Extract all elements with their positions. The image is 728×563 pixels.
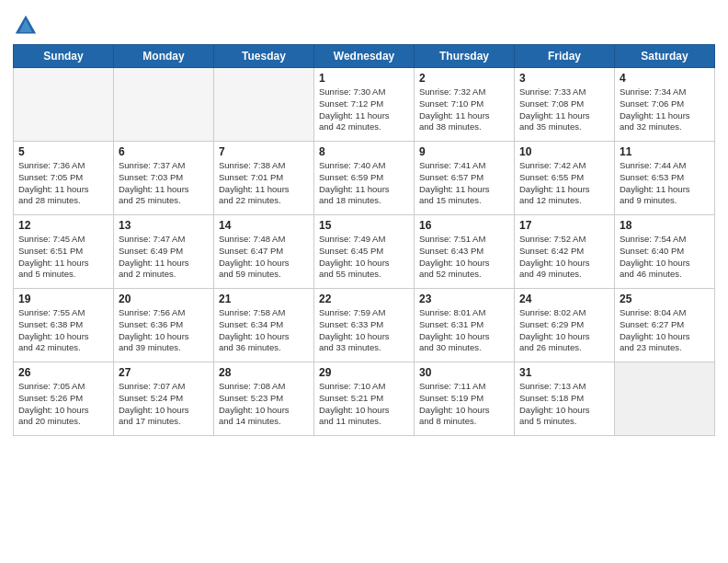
cell-info: Sunrise: 7:52 AM Sunset: 6:42 PM Dayligh… [519,234,609,281]
day-header-tuesday: Tuesday [214,45,314,68]
cal-cell: 29Sunrise: 7:10 AM Sunset: 5:21 PM Dayli… [314,362,415,436]
cell-info: Sunrise: 7:51 AM Sunset: 6:43 PM Dayligh… [419,234,509,281]
logo-icon [13,13,39,39]
week-row-3: 19Sunrise: 7:55 AM Sunset: 6:38 PM Dayli… [14,289,715,362]
cell-info: Sunrise: 7:58 AM Sunset: 6:34 PM Dayligh… [219,307,309,354]
day-number: 14 [219,219,309,232]
cal-cell: 20Sunrise: 7:56 AM Sunset: 6:36 PM Dayli… [114,289,214,362]
cal-cell [114,68,214,142]
cell-info: Sunrise: 7:36 AM Sunset: 7:05 PM Dayligh… [18,160,108,207]
cal-cell: 28Sunrise: 7:08 AM Sunset: 5:23 PM Dayli… [214,362,314,436]
cal-cell: 30Sunrise: 7:11 AM Sunset: 5:19 PM Dayli… [415,362,515,436]
day-number: 26 [18,366,108,379]
cal-cell: 18Sunrise: 7:54 AM Sunset: 6:40 PM Dayli… [615,215,715,289]
cell-info: Sunrise: 7:13 AM Sunset: 5:18 PM Dayligh… [519,381,609,428]
day-number: 8 [319,145,409,158]
day-number: 9 [419,145,509,158]
cal-cell: 3Sunrise: 7:33 AM Sunset: 7:08 PM Daylig… [515,68,615,142]
cal-cell: 8Sunrise: 7:40 AM Sunset: 6:59 PM Daylig… [314,142,415,215]
day-number: 17 [519,219,609,232]
day-number: 24 [519,293,609,305]
day-number: 25 [620,293,710,305]
day-number: 15 [319,219,409,232]
cell-info: Sunrise: 7:38 AM Sunset: 7:01 PM Dayligh… [219,160,309,207]
day-number: 28 [219,366,309,379]
cal-cell: 21Sunrise: 7:58 AM Sunset: 6:34 PM Dayli… [214,289,314,362]
cell-info: Sunrise: 8:04 AM Sunset: 6:27 PM Dayligh… [620,307,710,354]
logo [13,13,40,39]
cell-info: Sunrise: 7:59 AM Sunset: 6:33 PM Dayligh… [319,307,409,354]
cell-info: Sunrise: 7:42 AM Sunset: 6:55 PM Dayligh… [519,160,609,207]
day-number: 31 [519,366,609,379]
day-number: 7 [219,145,309,158]
cal-cell: 27Sunrise: 7:07 AM Sunset: 5:24 PM Dayli… [114,362,214,436]
cal-cell: 4Sunrise: 7:34 AM Sunset: 7:06 PM Daylig… [615,68,715,142]
cell-info: Sunrise: 7:08 AM Sunset: 5:23 PM Dayligh… [219,381,309,428]
cell-info: Sunrise: 7:49 AM Sunset: 6:45 PM Dayligh… [319,234,409,281]
cell-info: Sunrise: 7:10 AM Sunset: 5:21 PM Dayligh… [319,381,409,428]
day-number: 16 [419,219,509,232]
cal-cell: 15Sunrise: 7:49 AM Sunset: 6:45 PM Dayli… [314,215,415,289]
day-number: 2 [419,72,509,85]
cell-info: Sunrise: 7:40 AM Sunset: 6:59 PM Dayligh… [319,160,409,207]
cal-cell: 16Sunrise: 7:51 AM Sunset: 6:43 PM Dayli… [415,215,515,289]
cell-info: Sunrise: 7:48 AM Sunset: 6:47 PM Dayligh… [219,234,309,281]
cal-cell: 12Sunrise: 7:45 AM Sunset: 6:51 PM Dayli… [14,215,114,289]
cal-cell: 6Sunrise: 7:37 AM Sunset: 7:03 PM Daylig… [114,142,214,215]
day-number: 20 [119,293,209,305]
cell-info: Sunrise: 7:34 AM Sunset: 7:06 PM Dayligh… [620,86,710,133]
cal-cell: 23Sunrise: 8:01 AM Sunset: 6:31 PM Dayli… [415,289,515,362]
cell-info: Sunrise: 7:45 AM Sunset: 6:51 PM Dayligh… [18,234,108,281]
header [13,9,715,39]
day-number: 23 [419,293,509,305]
day-header-monday: Monday [114,45,214,68]
day-number: 11 [620,145,710,158]
cell-info: Sunrise: 7:56 AM Sunset: 6:36 PM Dayligh… [119,307,209,354]
cal-cell: 31Sunrise: 7:13 AM Sunset: 5:18 PM Dayli… [515,362,615,436]
day-number: 10 [519,145,609,158]
week-row-0: 1Sunrise: 7:30 AM Sunset: 7:12 PM Daylig… [14,68,715,142]
day-header-row: SundayMondayTuesdayWednesdayThursdayFrid… [14,45,715,68]
cal-cell: 17Sunrise: 7:52 AM Sunset: 6:42 PM Dayli… [515,215,615,289]
cal-cell: 13Sunrise: 7:47 AM Sunset: 6:49 PM Dayli… [114,215,214,289]
cal-cell: 1Sunrise: 7:30 AM Sunset: 7:12 PM Daylig… [314,68,415,142]
cal-cell: 26Sunrise: 7:05 AM Sunset: 5:26 PM Dayli… [14,362,114,436]
day-number: 4 [620,72,710,85]
cell-info: Sunrise: 7:44 AM Sunset: 6:53 PM Dayligh… [620,160,710,207]
cell-info: Sunrise: 7:54 AM Sunset: 6:40 PM Dayligh… [620,234,710,281]
cal-cell: 2Sunrise: 7:32 AM Sunset: 7:10 PM Daylig… [415,68,515,142]
cal-cell: 19Sunrise: 7:55 AM Sunset: 6:38 PM Dayli… [14,289,114,362]
day-header-friday: Friday [515,45,615,68]
cal-cell [214,68,314,142]
day-number: 21 [219,293,309,305]
day-number: 12 [18,219,108,232]
day-number: 22 [319,293,409,305]
cell-info: Sunrise: 7:33 AM Sunset: 7:08 PM Dayligh… [519,86,609,133]
cal-cell: 10Sunrise: 7:42 AM Sunset: 6:55 PM Dayli… [515,142,615,215]
cell-info: Sunrise: 7:11 AM Sunset: 5:19 PM Dayligh… [419,381,509,428]
cell-info: Sunrise: 7:05 AM Sunset: 5:26 PM Dayligh… [18,381,108,428]
day-number: 13 [119,219,209,232]
day-number: 27 [119,366,209,379]
cell-info: Sunrise: 7:32 AM Sunset: 7:10 PM Dayligh… [419,86,509,133]
day-number: 5 [18,145,108,158]
cell-info: Sunrise: 7:37 AM Sunset: 7:03 PM Dayligh… [119,160,209,207]
cal-cell [615,362,715,436]
cal-cell: 25Sunrise: 8:04 AM Sunset: 6:27 PM Dayli… [615,289,715,362]
day-header-thursday: Thursday [415,45,515,68]
cal-cell: 14Sunrise: 7:48 AM Sunset: 6:47 PM Dayli… [214,215,314,289]
week-row-2: 12Sunrise: 7:45 AM Sunset: 6:51 PM Dayli… [14,215,715,289]
day-number: 18 [620,219,710,232]
week-row-4: 26Sunrise: 7:05 AM Sunset: 5:26 PM Dayli… [14,362,715,436]
cell-info: Sunrise: 7:30 AM Sunset: 7:12 PM Dayligh… [319,86,409,133]
cal-cell: 24Sunrise: 8:02 AM Sunset: 6:29 PM Dayli… [515,289,615,362]
day-number: 19 [18,293,108,305]
day-header-wednesday: Wednesday [314,45,415,68]
cal-cell: 9Sunrise: 7:41 AM Sunset: 6:57 PM Daylig… [415,142,515,215]
day-number: 30 [419,366,509,379]
cell-info: Sunrise: 7:07 AM Sunset: 5:24 PM Dayligh… [119,381,209,428]
cell-info: Sunrise: 7:41 AM Sunset: 6:57 PM Dayligh… [419,160,509,207]
cal-cell: 22Sunrise: 7:59 AM Sunset: 6:33 PM Dayli… [314,289,415,362]
week-row-1: 5Sunrise: 7:36 AM Sunset: 7:05 PM Daylig… [14,142,715,215]
cell-info: Sunrise: 8:02 AM Sunset: 6:29 PM Dayligh… [519,307,609,354]
